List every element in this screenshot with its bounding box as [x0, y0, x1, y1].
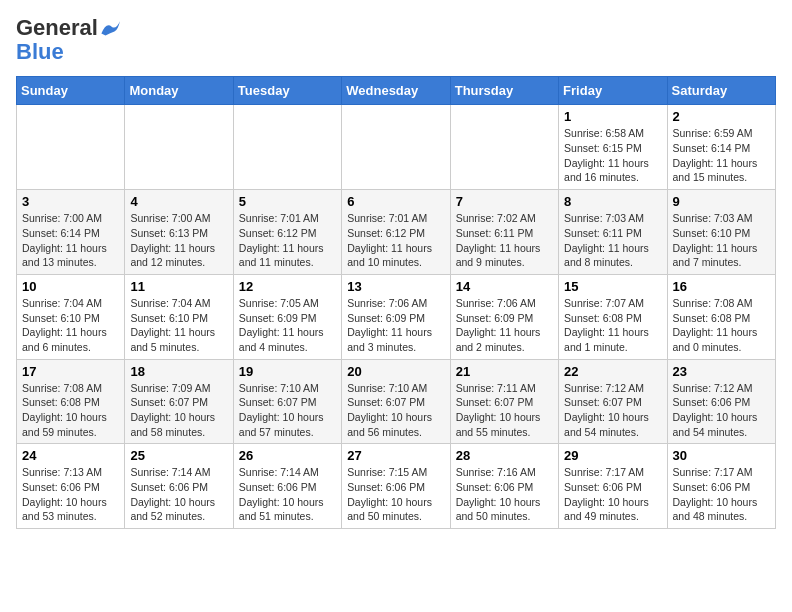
day-info: Sunrise: 7:06 AM Sunset: 6:09 PM Dayligh… — [456, 296, 553, 355]
week-row-3: 10Sunrise: 7:04 AM Sunset: 6:10 PM Dayli… — [17, 274, 776, 359]
day-info: Sunrise: 7:04 AM Sunset: 6:10 PM Dayligh… — [130, 296, 227, 355]
day-number: 12 — [239, 279, 336, 294]
calendar-cell: 8Sunrise: 7:03 AM Sunset: 6:11 PM Daylig… — [559, 190, 667, 275]
day-info: Sunrise: 7:01 AM Sunset: 6:12 PM Dayligh… — [239, 211, 336, 270]
calendar-cell — [342, 105, 450, 190]
day-number: 9 — [673, 194, 770, 209]
day-info: Sunrise: 6:59 AM Sunset: 6:14 PM Dayligh… — [673, 126, 770, 185]
calendar-cell: 19Sunrise: 7:10 AM Sunset: 6:07 PM Dayli… — [233, 359, 341, 444]
weekday-wednesday: Wednesday — [342, 77, 450, 105]
calendar-cell: 25Sunrise: 7:14 AM Sunset: 6:06 PM Dayli… — [125, 444, 233, 529]
logo-general: General — [16, 16, 98, 40]
calendar-cell: 10Sunrise: 7:04 AM Sunset: 6:10 PM Dayli… — [17, 274, 125, 359]
logo-blue: Blue — [16, 40, 64, 64]
day-info: Sunrise: 7:01 AM Sunset: 6:12 PM Dayligh… — [347, 211, 444, 270]
calendar-cell: 15Sunrise: 7:07 AM Sunset: 6:08 PM Dayli… — [559, 274, 667, 359]
day-info: Sunrise: 7:17 AM Sunset: 6:06 PM Dayligh… — [673, 465, 770, 524]
week-row-2: 3Sunrise: 7:00 AM Sunset: 6:14 PM Daylig… — [17, 190, 776, 275]
day-info: Sunrise: 7:08 AM Sunset: 6:08 PM Dayligh… — [673, 296, 770, 355]
calendar-cell: 22Sunrise: 7:12 AM Sunset: 6:07 PM Dayli… — [559, 359, 667, 444]
calendar-cell: 3Sunrise: 7:00 AM Sunset: 6:14 PM Daylig… — [17, 190, 125, 275]
day-info: Sunrise: 7:10 AM Sunset: 6:07 PM Dayligh… — [347, 381, 444, 440]
day-info: Sunrise: 7:04 AM Sunset: 6:10 PM Dayligh… — [22, 296, 119, 355]
day-info: Sunrise: 7:00 AM Sunset: 6:13 PM Dayligh… — [130, 211, 227, 270]
day-number: 21 — [456, 364, 553, 379]
day-info: Sunrise: 7:07 AM Sunset: 6:08 PM Dayligh… — [564, 296, 661, 355]
day-info: Sunrise: 7:05 AM Sunset: 6:09 PM Dayligh… — [239, 296, 336, 355]
calendar-cell: 21Sunrise: 7:11 AM Sunset: 6:07 PM Dayli… — [450, 359, 558, 444]
day-number: 19 — [239, 364, 336, 379]
day-info: Sunrise: 7:11 AM Sunset: 6:07 PM Dayligh… — [456, 381, 553, 440]
calendar-cell: 9Sunrise: 7:03 AM Sunset: 6:10 PM Daylig… — [667, 190, 775, 275]
day-info: Sunrise: 7:14 AM Sunset: 6:06 PM Dayligh… — [239, 465, 336, 524]
day-number: 10 — [22, 279, 119, 294]
day-number: 22 — [564, 364, 661, 379]
day-info: Sunrise: 6:58 AM Sunset: 6:15 PM Dayligh… — [564, 126, 661, 185]
day-number: 17 — [22, 364, 119, 379]
calendar-cell: 12Sunrise: 7:05 AM Sunset: 6:09 PM Dayli… — [233, 274, 341, 359]
day-number: 16 — [673, 279, 770, 294]
day-number: 29 — [564, 448, 661, 463]
day-number: 26 — [239, 448, 336, 463]
calendar-cell: 18Sunrise: 7:09 AM Sunset: 6:07 PM Dayli… — [125, 359, 233, 444]
day-number: 14 — [456, 279, 553, 294]
calendar-cell: 13Sunrise: 7:06 AM Sunset: 6:09 PM Dayli… — [342, 274, 450, 359]
weekday-header-row: SundayMondayTuesdayWednesdayThursdayFrid… — [17, 77, 776, 105]
day-info: Sunrise: 7:03 AM Sunset: 6:10 PM Dayligh… — [673, 211, 770, 270]
calendar-cell: 27Sunrise: 7:15 AM Sunset: 6:06 PM Dayli… — [342, 444, 450, 529]
day-info: Sunrise: 7:12 AM Sunset: 6:07 PM Dayligh… — [564, 381, 661, 440]
day-info: Sunrise: 7:10 AM Sunset: 6:07 PM Dayligh… — [239, 381, 336, 440]
calendar-cell: 7Sunrise: 7:02 AM Sunset: 6:11 PM Daylig… — [450, 190, 558, 275]
calendar-cell: 1Sunrise: 6:58 AM Sunset: 6:15 PM Daylig… — [559, 105, 667, 190]
weekday-friday: Friday — [559, 77, 667, 105]
day-number: 5 — [239, 194, 336, 209]
day-info: Sunrise: 7:08 AM Sunset: 6:08 PM Dayligh… — [22, 381, 119, 440]
day-number: 25 — [130, 448, 227, 463]
day-number: 23 — [673, 364, 770, 379]
day-info: Sunrise: 7:14 AM Sunset: 6:06 PM Dayligh… — [130, 465, 227, 524]
day-info: Sunrise: 7:02 AM Sunset: 6:11 PM Dayligh… — [456, 211, 553, 270]
calendar-cell: 14Sunrise: 7:06 AM Sunset: 6:09 PM Dayli… — [450, 274, 558, 359]
day-info: Sunrise: 7:17 AM Sunset: 6:06 PM Dayligh… — [564, 465, 661, 524]
logo: General Blue — [16, 16, 122, 64]
day-number: 11 — [130, 279, 227, 294]
day-info: Sunrise: 7:16 AM Sunset: 6:06 PM Dayligh… — [456, 465, 553, 524]
weekday-sunday: Sunday — [17, 77, 125, 105]
day-number: 4 — [130, 194, 227, 209]
day-number: 1 — [564, 109, 661, 124]
week-row-1: 1Sunrise: 6:58 AM Sunset: 6:15 PM Daylig… — [17, 105, 776, 190]
day-number: 3 — [22, 194, 119, 209]
page-header: General Blue — [16, 16, 776, 64]
calendar-cell: 28Sunrise: 7:16 AM Sunset: 6:06 PM Dayli… — [450, 444, 558, 529]
week-row-5: 24Sunrise: 7:13 AM Sunset: 6:06 PM Dayli… — [17, 444, 776, 529]
calendar-cell: 20Sunrise: 7:10 AM Sunset: 6:07 PM Dayli… — [342, 359, 450, 444]
calendar-cell — [233, 105, 341, 190]
calendar-cell: 6Sunrise: 7:01 AM Sunset: 6:12 PM Daylig… — [342, 190, 450, 275]
week-row-4: 17Sunrise: 7:08 AM Sunset: 6:08 PM Dayli… — [17, 359, 776, 444]
day-number: 18 — [130, 364, 227, 379]
day-number: 30 — [673, 448, 770, 463]
calendar-cell: 16Sunrise: 7:08 AM Sunset: 6:08 PM Dayli… — [667, 274, 775, 359]
calendar-table: SundayMondayTuesdayWednesdayThursdayFrid… — [16, 76, 776, 529]
calendar-cell — [450, 105, 558, 190]
day-number: 7 — [456, 194, 553, 209]
day-info: Sunrise: 7:06 AM Sunset: 6:09 PM Dayligh… — [347, 296, 444, 355]
logo-bird-icon — [100, 19, 122, 37]
day-number: 27 — [347, 448, 444, 463]
day-number: 20 — [347, 364, 444, 379]
calendar-cell — [17, 105, 125, 190]
weekday-saturday: Saturday — [667, 77, 775, 105]
day-info: Sunrise: 7:15 AM Sunset: 6:06 PM Dayligh… — [347, 465, 444, 524]
weekday-monday: Monday — [125, 77, 233, 105]
day-info: Sunrise: 7:03 AM Sunset: 6:11 PM Dayligh… — [564, 211, 661, 270]
day-info: Sunrise: 7:13 AM Sunset: 6:06 PM Dayligh… — [22, 465, 119, 524]
weekday-thursday: Thursday — [450, 77, 558, 105]
day-number: 28 — [456, 448, 553, 463]
day-info: Sunrise: 7:00 AM Sunset: 6:14 PM Dayligh… — [22, 211, 119, 270]
calendar-cell: 26Sunrise: 7:14 AM Sunset: 6:06 PM Dayli… — [233, 444, 341, 529]
calendar-cell: 29Sunrise: 7:17 AM Sunset: 6:06 PM Dayli… — [559, 444, 667, 529]
calendar-cell: 23Sunrise: 7:12 AM Sunset: 6:06 PM Dayli… — [667, 359, 775, 444]
calendar-cell: 11Sunrise: 7:04 AM Sunset: 6:10 PM Dayli… — [125, 274, 233, 359]
day-number: 2 — [673, 109, 770, 124]
day-number: 24 — [22, 448, 119, 463]
